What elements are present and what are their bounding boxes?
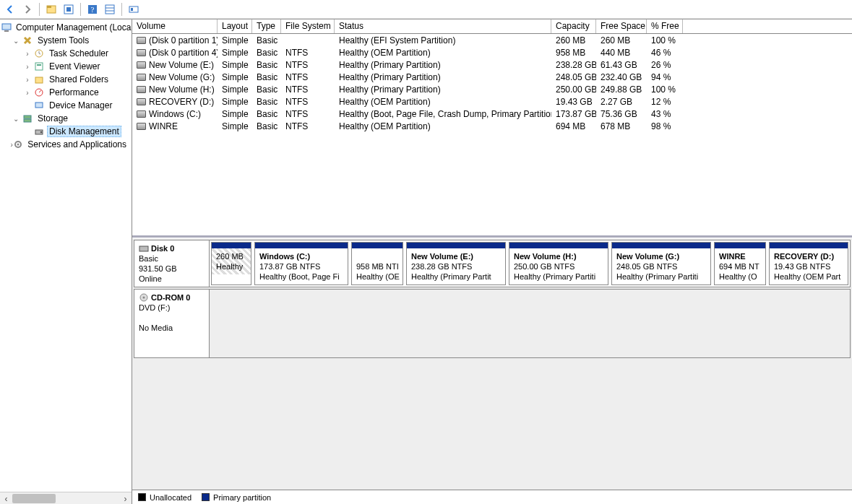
expand-icon[interactable]: › (22, 89, 33, 97)
tree-device-manager[interactable]: Device Manager (0, 99, 132, 112)
volume-list: Volume Layout Type File System Status Ca… (132, 19, 852, 238)
svg-rect-1 (47, 6, 51, 8)
col-capacity[interactable]: Capacity (551, 19, 596, 33)
services-icon (13, 139, 23, 150)
volume-row[interactable]: New Volume (G:)SimpleBasicNTFSHealthy (P… (132, 71, 852, 83)
col-free[interactable]: Free Space (596, 19, 647, 33)
view-button[interactable] (103, 2, 117, 17)
partition-box[interactable]: New Volume (H:)250.00 GB NTFSHealthy (Pr… (509, 242, 608, 285)
disk-icon (33, 126, 45, 137)
tree-shared-folders[interactable]: › Shared Folders (0, 73, 132, 86)
tree-scrollbar[interactable]: ‹ › (0, 492, 132, 504)
partition-box[interactable]: WINRE694 MB NTHealthy (O (714, 242, 766, 285)
tree-event-viewer[interactable]: › Event Viewer (0, 60, 132, 73)
drive-icon (137, 123, 146, 130)
settings-button[interactable] (126, 2, 141, 17)
volume-row[interactable]: Windows (C:)SimpleBasicNTFSHealthy (Boot… (132, 108, 852, 120)
svg-rect-14 (35, 63, 43, 70)
svg-rect-25 (139, 246, 148, 251)
legend: Unallocated Primary partition (132, 490, 852, 504)
forward-button[interactable] (20, 2, 35, 17)
tree-task-scheduler[interactable]: › Task Scheduler (0, 47, 132, 60)
perf-icon (33, 87, 45, 98)
tree-storage[interactable]: ⌄ Storage (0, 112, 132, 125)
col-percent[interactable]: % Free (647, 19, 683, 33)
drive-icon (137, 61, 146, 69)
col-filesystem[interactable]: File System (281, 19, 335, 33)
svg-rect-10 (131, 8, 133, 11)
drive-icon (137, 74, 146, 81)
drive-icon (137, 110, 146, 118)
volume-row[interactable]: RECOVERY (D:)SimpleBasicNTFSHealthy (OEM… (132, 95, 852, 108)
partition-box[interactable]: 958 MB NTIHealthy (OE (351, 242, 403, 285)
drive-icon (137, 86, 146, 93)
refresh-button[interactable] (61, 2, 76, 17)
nav-tree: Computer Management (Local ⌄ System Tool… (0, 19, 132, 504)
swatch-unallocated (138, 493, 146, 501)
svg-rect-18 (35, 103, 43, 108)
svg-rect-9 (129, 6, 138, 12)
partition-box[interactable]: 260 MBHealthy (211, 242, 251, 285)
cdrom-row[interactable]: CD-ROM 0 DVD (F:) No Media (134, 289, 851, 358)
storage-icon (22, 113, 33, 124)
svg-point-22 (40, 131, 43, 134)
volume-row[interactable]: WINRESimpleBasicNTFSHealthy (OEM Partiti… (132, 120, 852, 132)
event-icon (33, 61, 45, 72)
tree-performance[interactable]: › Performance (0, 86, 132, 99)
svg-rect-12 (4, 30, 9, 32)
svg-point-27 (143, 297, 145, 299)
volume-row[interactable]: (Disk 0 partition 1)SimpleBasicHealthy (… (132, 34, 852, 46)
disk-graphical-view: Disk 0 Basic 931.50 GB Online 260 MBHeal… (132, 238, 852, 504)
drive-icon (137, 37, 146, 44)
disk-icon (139, 244, 149, 253)
partition-box[interactable]: New Volume (E:)238.28 GB NTFSHealthy (Pr… (406, 242, 506, 285)
col-type[interactable]: Type (252, 19, 281, 33)
volume-header: Volume Layout Type File System Status Ca… (132, 19, 852, 34)
drive-icon (137, 49, 146, 56)
volume-row[interactable]: New Volume (H:)SimpleBasicNTFSHealthy (P… (132, 83, 852, 95)
volume-row[interactable]: New Volume (E:)SimpleBasicNTFSHealthy (P… (132, 58, 852, 71)
tree-system-tools[interactable]: ⌄ System Tools (0, 34, 132, 47)
cdrom-info: CD-ROM 0 DVD (F:) No Media (134, 290, 210, 357)
collapse-icon[interactable]: ⌄ (10, 115, 22, 123)
toolbar: ? (0, 0, 852, 19)
help-button[interactable]: ? (85, 2, 100, 17)
expand-icon[interactable]: › (22, 50, 33, 58)
cd-icon (139, 293, 149, 302)
partition-box[interactable]: New Volume (G:)248.05 GB NTFSHealthy (Pr… (611, 242, 711, 285)
svg-rect-20 (24, 119, 31, 122)
expand-icon[interactable]: › (22, 63, 33, 71)
col-volume[interactable]: Volume (132, 19, 218, 33)
disk-info: Disk 0 Basic 931.50 GB Online (134, 240, 210, 287)
back-button[interactable] (3, 2, 17, 17)
col-layout[interactable]: Layout (218, 19, 252, 33)
tree-disk-management[interactable]: Disk Management (0, 125, 132, 138)
disk-row[interactable]: Disk 0 Basic 931.50 GB Online 260 MBHeal… (134, 240, 851, 287)
partition-box[interactable]: Windows (C:)173.87 GB NTFSHealthy (Boot,… (254, 242, 348, 285)
volume-row[interactable]: (Disk 0 partition 4)SimpleBasicNTFSHealt… (132, 46, 852, 58)
swatch-primary (202, 493, 210, 501)
svg-rect-3 (66, 7, 71, 12)
svg-rect-16 (35, 77, 43, 83)
svg-rect-15 (37, 64, 41, 66)
col-status[interactable]: Status (335, 19, 551, 33)
properties-button[interactable] (44, 2, 59, 17)
tree-services[interactable]: › Services and Applications (0, 138, 132, 151)
expand-icon[interactable]: › (22, 76, 33, 84)
svg-point-24 (17, 144, 20, 146)
tree-root[interactable]: Computer Management (Local (0, 21, 132, 34)
clock-icon (33, 48, 45, 59)
partition-box[interactable]: RECOVERY (D:)19.43 GB NTFSHealthy (OEM P… (769, 242, 848, 285)
svg-rect-11 (2, 24, 11, 30)
collapse-icon[interactable]: ⌄ (10, 37, 22, 45)
drive-icon (137, 98, 146, 105)
svg-rect-6 (106, 5, 114, 14)
svg-rect-19 (24, 116, 31, 118)
folder-icon (33, 74, 45, 85)
device-icon (33, 100, 45, 111)
svg-text:?: ? (91, 5, 95, 14)
tools-icon (22, 35, 33, 46)
computer-icon (1, 22, 12, 33)
